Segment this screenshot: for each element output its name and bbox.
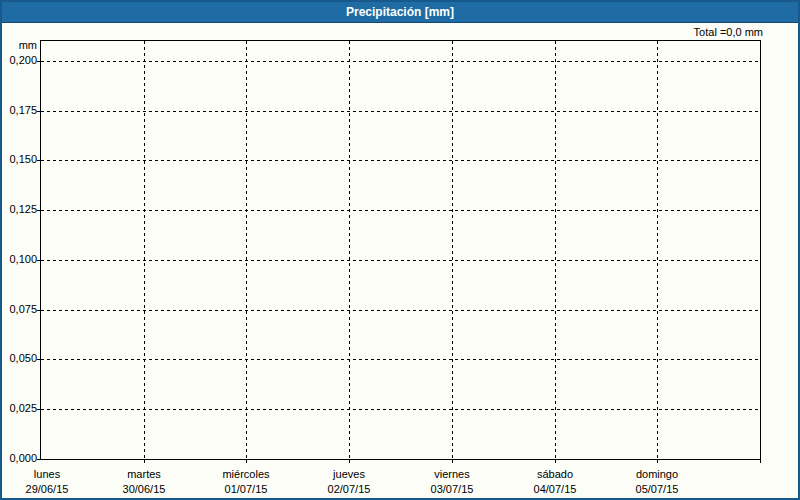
y-tick-mark: [37, 459, 40, 460]
y-tick-mark: [37, 409, 40, 410]
y-tick-mark: [37, 210, 40, 211]
x-tick-mark: [657, 460, 658, 463]
chart-title: Precipitación [mm]: [346, 5, 454, 19]
gridline-h: [41, 111, 760, 112]
x-day-label: domingo: [607, 468, 707, 481]
x-day-label: miércoles: [196, 468, 296, 481]
x-tick-mark: [452, 460, 453, 463]
gridline-v: [452, 41, 453, 459]
gridline-v: [246, 41, 247, 459]
y-tick-label: 0,000: [2, 452, 37, 465]
y-tick-mark: [37, 310, 40, 311]
y-tick-mark: [37, 111, 40, 112]
gridline-h: [41, 210, 760, 211]
gridline-h: [41, 260, 760, 261]
y-tick-label: 0,075: [2, 303, 37, 316]
y-tick-mark: [37, 61, 40, 62]
y-tick-label: 0,175: [2, 104, 37, 117]
x-tick-mark: [246, 460, 247, 463]
x-date-label: 04/07/15: [505, 483, 605, 496]
x-day-label: jueves: [299, 468, 399, 481]
gridline-h: [41, 61, 760, 62]
x-date-label: 03/07/15: [402, 483, 502, 496]
x-date-label: 29/06/15: [0, 483, 97, 496]
gridline-v: [657, 41, 658, 459]
gridline-h: [41, 160, 760, 161]
y-tick-label: 0,100: [2, 253, 37, 266]
x-tick-mark: [760, 460, 761, 463]
x-day-label: martes: [94, 468, 194, 481]
gridline-h: [41, 310, 760, 311]
chart-window: Precipitación [mm] Total =0,0 mm mm 0,00…: [0, 0, 800, 500]
y-axis-unit-label: mm: [2, 39, 37, 52]
total-precipitation-label: Total =0,0 mm: [694, 26, 763, 39]
y-tick-mark: [37, 359, 40, 360]
x-date-label: 30/06/15: [94, 483, 194, 496]
gridline-v: [555, 41, 556, 459]
y-tick-label: 0,200: [2, 54, 37, 67]
y-tick-label: 0,150: [2, 153, 37, 166]
y-tick-label: 0,050: [2, 352, 37, 365]
plot-area: [40, 40, 761, 460]
gridline-v: [144, 41, 145, 459]
x-day-label: lunes: [0, 468, 97, 481]
y-tick-mark: [37, 160, 40, 161]
y-tick-label: 0,025: [2, 402, 37, 415]
gridline-h: [41, 359, 760, 360]
x-tick-mark: [349, 460, 350, 463]
gridline-h: [41, 409, 760, 410]
x-date-label: 01/07/15: [196, 483, 296, 496]
y-tick-mark: [37, 260, 40, 261]
x-day-label: sábado: [505, 468, 605, 481]
y-tick-label: 0,125: [2, 203, 37, 216]
x-tick-mark: [555, 460, 556, 463]
gridline-v: [349, 41, 350, 459]
x-day-label: viernes: [402, 468, 502, 481]
chart-title-bar: Precipitación [mm]: [2, 2, 798, 23]
x-tick-mark: [144, 460, 145, 463]
x-date-label: 02/07/15: [299, 483, 399, 496]
x-date-label: 05/07/15: [607, 483, 707, 496]
